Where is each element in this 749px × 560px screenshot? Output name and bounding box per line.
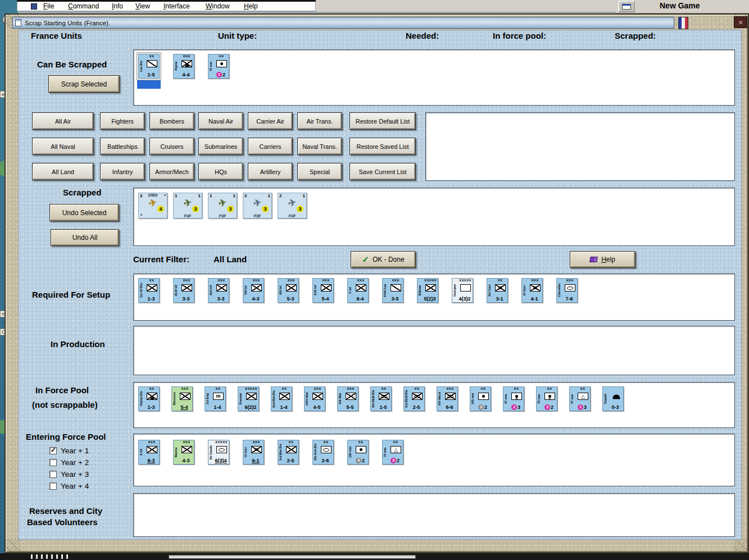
unit-counter-ix-garr[interactable]: IX GarrXXX4-1	[521, 278, 543, 303]
filter-button-all-naval[interactable]: All Naval	[32, 138, 94, 155]
filter-button-artillery[interactable]: Artillery	[248, 163, 293, 180]
unit-counter-4th-arm-div[interactable]: 4th Arm DivXX2-6	[312, 440, 334, 465]
menu-window[interactable]: Window	[206, 2, 230, 10]
filter-button-all-air[interactable]: All Air	[32, 112, 94, 130]
unit-counter-morocco[interactable]: MoroccoXXX5-4	[171, 386, 193, 411]
dialog-titlebar[interactable]: Scrap Starting Units (France).	[12, 17, 674, 29]
filter-button-restore-default-list[interactable]: Restore Default List	[349, 112, 416, 130]
filter-button-naval-trans[interactable]: Naval Trans.	[297, 138, 342, 155]
unit-counter-75-mm[interactable]: 75 mmXX32	[382, 440, 403, 465]
checkbox-box[interactable]	[49, 482, 57, 490]
unit-counter-pretelat[interactable]: PretelatXXXXX6(2)2	[238, 386, 259, 411]
undo-selected-button[interactable]: Undo Selected	[49, 204, 119, 221]
unit-counter-xiii-inf[interactable]: XIII InfXXX5-3	[278, 278, 299, 303]
unit-counter-x-inf[interactable]: X InfXXX6-3	[138, 440, 160, 465]
filter-button-special[interactable]: Special	[297, 163, 342, 180]
close-button[interactable]: ✕	[734, 16, 747, 28]
unit-strength: 6-1	[248, 457, 264, 464]
unit-symbol-inf	[147, 446, 157, 453]
unit-counter-4th-dlm-div[interactable]: 4th DLM DivXX1-5	[370, 386, 392, 411]
menu-view[interactable]: View	[135, 2, 150, 10]
aircraft-counter-f3f[interactable]: 21✈3F3F	[278, 193, 307, 218]
unit-counter-xiv-mech[interactable]: XIV MechXXX6-6	[437, 386, 458, 411]
unit-counter-37-mm[interactable]: 37 mmXX23	[569, 386, 591, 411]
unit-counter-supply[interactable]: Supply0-3	[602, 386, 624, 411]
unit-counter-xvii-inf[interactable]: XVII InfXXX5-4	[312, 278, 334, 303]
checkbox-box[interactable]	[49, 459, 57, 466]
unit-strength: 0-3	[607, 404, 623, 411]
label-reserves-line2: Based Volunteers	[27, 517, 98, 527]
unit-symbol-art	[356, 446, 366, 453]
unit-counter-de-gaulle[interactable]: De GaulleXXXXX6(3)4	[208, 440, 229, 465]
filter-button-fighters[interactable]: Fighters	[100, 112, 145, 130]
unit-counter-xli-garr[interactable]: XLI GarrXX3-1	[487, 278, 508, 303]
menu-help[interactable]: Help	[244, 2, 258, 10]
checkbox-box[interactable]	[49, 447, 57, 454]
filter-button-bombers[interactable]: Bombers	[149, 112, 194, 130]
ok-done-button[interactable]: ✓ OK - Done	[351, 251, 416, 268]
unit-counter-xliii-inf[interactable]: XLIII InfXXX3-3	[173, 278, 194, 303]
filter-button-air-trans[interactable]: Air Trans.	[297, 112, 342, 130]
unit-counter-120-mm[interactable]: 120 mmXX42	[347, 440, 369, 465]
filter-button-restore-saved-list[interactable]: Restore Saved List	[349, 138, 416, 155]
aircraft-counter-f3f[interactable]: 11✈3F3F	[173, 193, 202, 218]
unit-counter-3rd-mot-div[interactable]: 3rd Mot DivXX2-5	[278, 440, 299, 465]
filter-button-battleships[interactable]: Battleships	[100, 138, 145, 155]
unit-counter-75-mm[interactable]: 75 mmXX32	[536, 386, 557, 411]
aircraft-counter-f3f[interactable]: 11✈3F3F	[208, 193, 237, 218]
unit-counter-georges[interactable]: GeorgesXXXXX4(3)2	[452, 278, 473, 303]
unit-counter-v-inf[interactable]: V InfXXX6-4	[347, 278, 369, 303]
filter-button-carriers[interactable]: Carriers	[248, 138, 293, 155]
unit-counter-xviii-cav[interactable]: XVIII CavXXX3-5	[382, 278, 403, 303]
checkbox-year-1[interactable]: Year + 1	[49, 445, 89, 457]
checkbox-year-3[interactable]: Year + 3	[49, 468, 89, 480]
unit-strength: 4-3	[248, 295, 264, 302]
scrap-selected-button[interactable]: Scrap Selected	[48, 75, 120, 93]
menu-file[interactable]: File	[43, 2, 54, 10]
checkbox-year-2[interactable]: Year + 2	[49, 457, 89, 468]
filter-button-infantry[interactable]: Infantry	[100, 163, 145, 180]
unit-counter-2nd-mot-div[interactable]: 2nd Mot DivXX1-4	[271, 386, 292, 411]
unit-counter-chevalier[interactable]: ChevalierXXX7-6	[556, 278, 578, 303]
unit-counter-3rd-dlm-div[interactable]: 3rd DLM DivXX2-5	[403, 386, 425, 411]
undo-all-button[interactable]: Undo All	[51, 229, 119, 246]
unit-counter-marine[interactable]: MarineXXX4-3	[173, 440, 194, 465]
filter-button-carrier-air[interactable]: Carrier Air	[248, 112, 293, 130]
aircraft-counter-f3f[interactable]: 21✈3F3F	[243, 193, 272, 218]
unit-counter-alpine[interactable]: AlpineXXX4-4	[173, 54, 194, 79]
unit-counter-xlii-inf[interactable]: XLII InfXXX3-3	[208, 278, 229, 303]
aircraft-counter-d500[interactable]: 2D500*✈4*	[138, 193, 167, 218]
filter-button-submarines[interactable]: Submarines	[198, 138, 243, 155]
menu-info[interactable]: Info	[112, 2, 123, 10]
filter-button-naval-air[interactable]: Naval Air	[198, 112, 243, 130]
menu-interface[interactable]: Interface	[164, 2, 190, 10]
filter-button-save-current-list[interactable]: Save Current List	[349, 163, 416, 180]
unit-counter-viii-inf[interactable]: VIII InfXXX4-3	[243, 278, 264, 303]
entering-force-pool-panel: X InfXXX6-3MarineXXX4-3De GaulleXXXXX6(3…	[133, 434, 735, 486]
unit-counter-xix-mot[interactable]: XIX MotXXX5-5	[337, 386, 358, 411]
unit-counter-billotte[interactable]: BillotteXXXXX5(2)3	[417, 278, 438, 303]
window-grid-icon[interactable]	[618, 1, 635, 12]
plane-count-left: 1	[175, 193, 177, 198]
unit-strength: 5(2)3	[422, 295, 438, 302]
unit-counter-alpine-div[interactable]: Alpine DivXX1-3	[138, 386, 160, 411]
checkbox-box[interactable]	[49, 471, 57, 478]
unit-counter-vi-garr[interactable]: VI GarrXXX6-1	[243, 440, 264, 465]
unit-counter-105-mm[interactable]: 105 mmXX32	[470, 386, 491, 411]
unit-counter-xxiv-mot[interactable]: XXIV MotXXX4-5	[304, 386, 325, 411]
unit-counter-cav-div[interactable]: Cav DivXX1-5	[138, 54, 160, 79]
plane-count-left: 2	[279, 193, 282, 198]
filter-button-cruisers[interactable]: Cruisers	[149, 138, 194, 155]
unit-symbol-inf	[321, 284, 332, 292]
filter-button-armor-mech[interactable]: Armor/Mech	[149, 163, 194, 180]
unit-counter-75-mm[interactable]: 75 mmXX22	[208, 54, 229, 79]
filter-button-hqs[interactable]: HQs	[198, 163, 243, 180]
checkbox-year-4[interactable]: Year + 4	[49, 480, 89, 492]
unit-counter-1st-inf-div[interactable]: 1st Inf DivXX1-3	[138, 278, 160, 303]
menu-command[interactable]: Command	[68, 2, 99, 10]
help-button[interactable]: Help	[570, 251, 635, 268]
unit-counter-47-mm[interactable]: 47 mmXX23	[503, 386, 524, 411]
unit-strength: 3-3	[178, 295, 194, 302]
filter-button-all-land[interactable]: All Land	[32, 163, 94, 180]
unit-counter-1st-eng[interactable]: 1st EngXX1-4	[205, 386, 226, 411]
